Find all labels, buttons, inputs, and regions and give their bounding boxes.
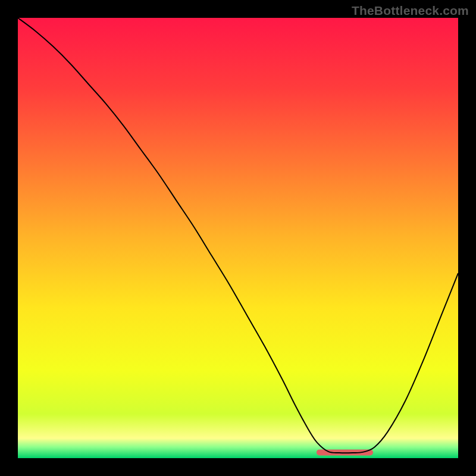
attribution-label: TheBottleneck.com	[352, 4, 469, 18]
chart-container: TheBottleneck.com	[0, 0, 476, 476]
bottleneck-chart	[18, 18, 458, 458]
gradient-background	[18, 18, 458, 458]
plot-area	[18, 18, 458, 458]
